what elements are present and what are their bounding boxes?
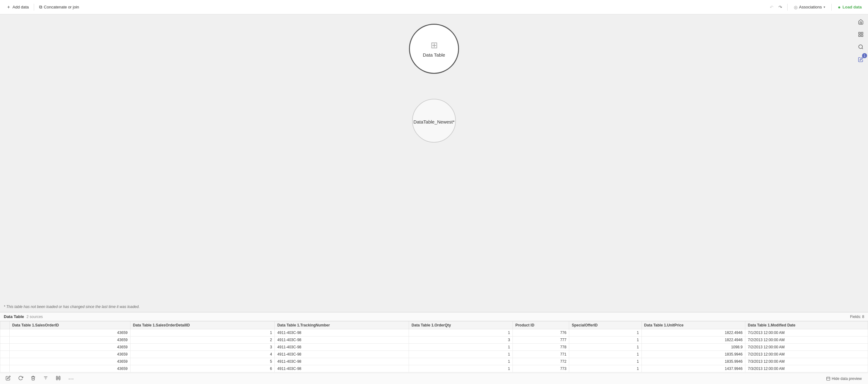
- row-num-0: [0, 329, 10, 337]
- cell-0-7: 7/1/2013 12:00:00 AM: [745, 329, 868, 337]
- preview-table-title: Data Table: [4, 314, 24, 319]
- cell-5-7: 7/3/2013 12:00:00 AM: [745, 365, 868, 373]
- cell-4-6: 1835.9946: [642, 358, 745, 365]
- filter-icon-button[interactable]: [41, 374, 50, 383]
- hide-preview-label: Hide data preview: [832, 377, 862, 381]
- cell-3-6: 1835.9946: [642, 351, 745, 358]
- row-num-1: [0, 337, 10, 344]
- bottom-toolbar: ⋯ Hide data preview: [0, 373, 868, 384]
- cell-5-0: 43659: [10, 365, 130, 373]
- preview-table-wrapper[interactable]: Data Table 1.SalesOrderIDData Table 1.Sa…: [0, 321, 868, 373]
- edit-icon-button[interactable]: [4, 374, 12, 383]
- table-body: 4365914911-403C-98177611822.49467/1/2013…: [0, 329, 868, 373]
- col-header-2: Data Table 1.TrackingNumber: [275, 321, 409, 329]
- svg-line-5: [862, 48, 863, 49]
- trash-icon-button[interactable]: [29, 374, 37, 383]
- pivot-icon-button[interactable]: [54, 374, 63, 383]
- toolbar-divider-1: [34, 4, 34, 11]
- search-icon-button[interactable]: [856, 42, 866, 52]
- cell-1-4: 777: [513, 337, 569, 344]
- table-row: 4365934911-403C-98177811098.97/2/2013 12…: [0, 344, 868, 351]
- col-header-5: SpecialOfferID: [569, 321, 642, 329]
- load-data-icon: ●: [838, 4, 841, 10]
- toolbar-right: ↶ ↷ ◎ Associations ▾ ● Load data: [769, 3, 864, 11]
- associations-button[interactable]: ◎ Associations ▾: [791, 3, 828, 11]
- datatable-newest-node[interactable]: DataTable_Newest*: [412, 99, 456, 142]
- cell-5-1: 6: [130, 365, 275, 373]
- cell-4-0: 43659: [10, 358, 130, 365]
- hide-preview-button[interactable]: Hide data preview: [824, 375, 864, 382]
- cell-4-1: 5: [130, 358, 275, 365]
- refresh-icon-button[interactable]: [16, 374, 25, 383]
- col-header-0: Data Table 1.SalesOrderID: [10, 321, 130, 329]
- cell-3-3: 1: [409, 351, 513, 358]
- row-num-3: [0, 351, 10, 358]
- cell-3-5: 1: [569, 351, 642, 358]
- more-icon-button[interactable]: ⋯: [66, 374, 76, 383]
- preview-header: Data Table 2 sources Fields: 8: [0, 312, 868, 321]
- table-header-row: Data Table 1.SalesOrderIDData Table 1.Sa…: [0, 321, 868, 329]
- bottom-action-buttons: ⋯: [4, 374, 76, 383]
- cell-5-5: 1: [569, 365, 642, 373]
- concatenate-label: Concatenate or join: [44, 5, 79, 9]
- cell-5-4: 773: [513, 365, 569, 373]
- home-icon-button[interactable]: [856, 17, 866, 27]
- data-table-node[interactable]: ⊞ Data Table: [409, 24, 459, 74]
- grid-icon-button[interactable]: [856, 29, 866, 39]
- col-header-num: [0, 321, 10, 329]
- home-icon: [858, 19, 864, 25]
- cell-1-3: 3: [409, 337, 513, 344]
- cell-3-4: 771: [513, 351, 569, 358]
- svg-rect-9: [827, 377, 830, 380]
- table-row: 4365914911-403C-98177611822.49467/1/2013…: [0, 329, 868, 337]
- chevron-down-icon: ▾: [824, 5, 825, 9]
- col-header-4: Product ID: [513, 321, 569, 329]
- undo-button[interactable]: ↶: [769, 3, 775, 11]
- cell-3-2: 4911-403C-98: [275, 351, 409, 358]
- trash-icon: [31, 376, 36, 381]
- plus-icon: ＋: [6, 4, 11, 10]
- cell-2-4: 778: [513, 344, 569, 351]
- cell-3-7: 7/2/2013 12:00:00 AM: [745, 351, 868, 358]
- svg-rect-2: [859, 35, 860, 37]
- cell-0-1: 1: [130, 329, 275, 337]
- cell-0-6: 1822.4946: [642, 329, 745, 337]
- refresh-icon: [18, 376, 23, 381]
- warning-text: * This table has not been loaded or has …: [4, 305, 140, 309]
- col-header-1: Data Table 1.SalesOrderDetailID: [130, 321, 275, 329]
- svg-rect-3: [861, 35, 863, 37]
- hide-icon: [826, 377, 831, 381]
- pencil-badge-container: 1: [856, 55, 866, 64]
- main-toolbar: ＋ Add data ⧉ Concatenate or join ↶ ↷ ◎ A…: [0, 0, 868, 14]
- cell-1-5: 1: [569, 337, 642, 344]
- badge-count: 1: [862, 53, 867, 58]
- row-num-5: [0, 365, 10, 373]
- load-data-label: Load data: [843, 5, 862, 9]
- cell-5-3: 1: [409, 365, 513, 373]
- cell-1-1: 2: [130, 337, 275, 344]
- cell-4-2: 4911-403C-98: [275, 358, 409, 365]
- associations-icon: ◎: [794, 5, 798, 10]
- cell-5-2: 4911-403C-98: [275, 365, 409, 373]
- node2-label: DataTable_Newest*: [413, 119, 455, 124]
- preview-sources: 2 sources: [27, 315, 43, 319]
- col-header-7: Data Table 1.Modified Date: [745, 321, 868, 329]
- cell-2-0: 43659: [10, 344, 130, 351]
- table-row: 4365954911-403C-98177211835.99467/3/2013…: [0, 358, 868, 365]
- table-row: 4365944911-403C-98177111835.99467/2/2013…: [0, 351, 868, 358]
- grid-icon: [858, 32, 864, 37]
- cell-0-2: 4911-403C-98: [275, 329, 409, 337]
- cell-1-0: 43659: [10, 337, 130, 344]
- cell-2-1: 3: [130, 344, 275, 351]
- load-data-button[interactable]: ● Load data: [835, 3, 864, 11]
- cell-4-3: 1: [409, 358, 513, 365]
- add-data-button[interactable]: ＋ Add data: [4, 2, 31, 11]
- toolbar-divider-2: [787, 4, 787, 11]
- cell-1-6: 1822.4946: [642, 337, 745, 344]
- redo-button[interactable]: ↷: [777, 3, 783, 11]
- concatenate-button[interactable]: ⧉ Concatenate or join: [37, 3, 82, 11]
- pivot-icon: [56, 376, 61, 381]
- cell-3-0: 43659: [10, 351, 130, 358]
- col-header-3: Data Table 1.OrderQty: [409, 321, 513, 329]
- cell-4-5: 1: [569, 358, 642, 365]
